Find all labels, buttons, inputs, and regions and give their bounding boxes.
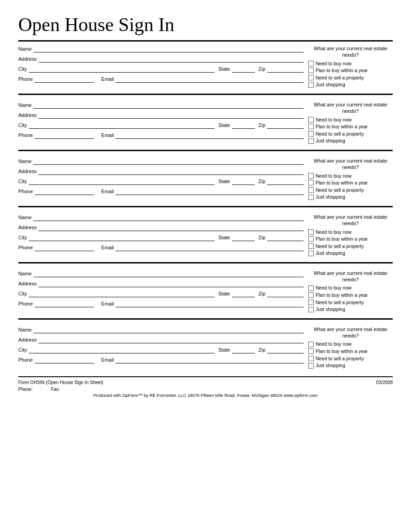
state-input-3[interactable] [232, 178, 255, 185]
address-input-6[interactable] [38, 336, 304, 343]
name-input-6[interactable] [33, 326, 304, 333]
checkbox-row-6-1: Need to buy now [308, 341, 393, 347]
checkbox-label-5-3: Need to sell a property [316, 300, 364, 306]
checkbox-row-3-1: Need to buy now [308, 173, 393, 179]
checkbox-3-2[interactable] [308, 180, 314, 185]
checkbox-4-1[interactable] [308, 229, 314, 235]
checkbox-row-3-4: Just shopping [308, 194, 393, 200]
name-input-5[interactable] [33, 270, 304, 277]
email-input-1[interactable] [116, 75, 304, 83]
city-row-1: City State Zip [18, 65, 304, 73]
checkbox-3-3[interactable] [308, 187, 314, 193]
zip-input-6[interactable] [267, 346, 304, 353]
state-input-1[interactable] [232, 65, 255, 73]
phone-row-6: Phone Email [18, 356, 304, 363]
section-divider-4 [18, 262, 393, 263]
checkbox-label-3-1: Need to buy now [316, 173, 352, 179]
city-input-6[interactable] [29, 346, 215, 353]
address-input-5[interactable] [38, 280, 304, 287]
checkbox-1-1[interactable] [308, 61, 314, 66]
checkbox-label-2-3: Need to sell a property [316, 131, 364, 137]
checkbox-row-6-4: Just shopping [308, 363, 393, 369]
checkbox-1-3[interactable] [308, 75, 314, 80]
city-input-2[interactable] [29, 121, 215, 129]
checkbox-label-6-2: Plan to buy within a year [316, 348, 368, 354]
checkbox-5-3[interactable] [308, 300, 314, 305]
checkbox-label-4-4: Just shopping [316, 250, 345, 256]
phone-input-3[interactable] [35, 188, 94, 195]
zip-input-1[interactable] [267, 65, 304, 73]
city-input-3[interactable] [29, 178, 215, 185]
name-input-2[interactable] [33, 101, 304, 109]
address-input-2[interactable] [38, 111, 304, 119]
email-input-4[interactable] [116, 244, 304, 251]
checkbox-6-1[interactable] [308, 342, 314, 347]
checkbox-row-2-2: Plan to buy within a year [308, 124, 393, 130]
name-label: Name [18, 215, 32, 221]
address-input-1[interactable] [38, 55, 304, 63]
checkbox-row-2-1: Need to buy now [308, 117, 393, 123]
checkbox-5-4[interactable] [308, 307, 314, 312]
checkboxes-panel-5: What are your current real estate needs?… [308, 270, 393, 314]
phone-row-2: Phone Email [18, 132, 304, 139]
name-input-1[interactable] [33, 45, 304, 53]
checkbox-5-2[interactable] [308, 292, 314, 298]
zip-input-5[interactable] [267, 290, 304, 297]
page-title: Open House Sign In [18, 14, 393, 36]
zip-label: Zip [258, 66, 265, 73]
checkbox-1-2[interactable] [308, 68, 314, 73]
city-input-4[interactable] [29, 234, 215, 241]
city-input-5[interactable] [29, 290, 215, 297]
checkbox-6-2[interactable] [308, 348, 314, 354]
phone-input-1[interactable] [35, 75, 94, 83]
form-fields-4: Name Address City State Zip Phone Email [18, 214, 304, 258]
phone-label: Phone [18, 132, 33, 139]
email-input-5[interactable] [116, 300, 304, 307]
checkboxes-panel-4: What are your current real estate needs?… [308, 214, 393, 258]
zip-input-3[interactable] [267, 178, 304, 185]
email-input-2[interactable] [116, 132, 304, 139]
name-input-3[interactable] [33, 158, 304, 165]
checkbox-2-1[interactable] [308, 117, 314, 122]
phone-input-6[interactable] [35, 356, 94, 363]
email-input-3[interactable] [116, 188, 304, 195]
checkbox-row-1-2: Plan to buy within a year [308, 68, 393, 74]
checkbox-2-4[interactable] [308, 138, 314, 144]
checkbox-5-1[interactable] [308, 285, 314, 291]
address-input-3[interactable] [38, 168, 304, 175]
checkbox-2-2[interactable] [308, 124, 314, 129]
checkbox-row-4-4: Just shopping [308, 250, 393, 256]
zip-input-2[interactable] [267, 121, 304, 129]
checkbox-3-1[interactable] [308, 173, 314, 179]
email-input-6[interactable] [116, 356, 304, 363]
checkbox-row-3-2: Plan to buy within a year [308, 180, 393, 186]
zip-input-4[interactable] [267, 234, 304, 241]
address-input-4[interactable] [38, 224, 304, 231]
state-input-5[interactable] [232, 290, 255, 297]
form-fields-2: Name Address City State Zip Phone Email [18, 101, 304, 145]
city-row-5: City State Zip [18, 290, 304, 297]
name-input-4[interactable] [33, 214, 304, 221]
phone-input-4[interactable] [35, 244, 94, 251]
phone-input-2[interactable] [35, 132, 94, 139]
checkbox-3-4[interactable] [308, 195, 314, 200]
checkbox-4-3[interactable] [308, 243, 314, 249]
entry-block-2: Name Address City State Zip Phone Email … [18, 98, 393, 147]
checkboxes-panel-3: What are your current real estate needs?… [308, 158, 393, 201]
name-row-3: Name [18, 158, 304, 165]
phone-input-5[interactable] [35, 300, 94, 307]
checkbox-6-3[interactable] [308, 356, 314, 361]
checkbox-label-5-4: Just shopping [316, 306, 345, 312]
state-input-4[interactable] [232, 234, 255, 241]
checkbox-6-4[interactable] [308, 363, 314, 369]
checkbox-4-2[interactable] [308, 236, 314, 242]
checkbox-4-4[interactable] [308, 251, 314, 256]
checkbox-1-4[interactable] [308, 82, 314, 88]
city-input-1[interactable] [29, 65, 215, 73]
state-input-2[interactable] [232, 121, 255, 129]
address-row-3: Address [18, 168, 304, 175]
checkbox-2-3[interactable] [308, 131, 314, 137]
state-input-6[interactable] [232, 346, 255, 353]
address-row-2: Address [18, 111, 304, 119]
email-label: Email [101, 357, 114, 363]
